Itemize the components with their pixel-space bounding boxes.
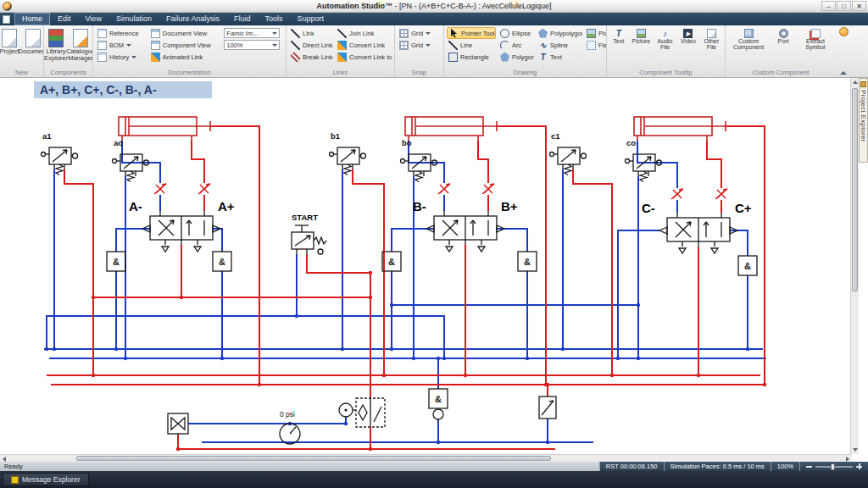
scroll-up-icon[interactable] — [853, 80, 858, 84]
help-button[interactable] — [839, 27, 849, 36]
flow-control-a-right[interactable] — [198, 184, 210, 194]
ribbon-item-library-explorer[interactable]: Library Explorer — [45, 27, 67, 69]
and-gate-supply[interactable]: & — [429, 389, 448, 419]
ribbon-item-text[interactable]: TText — [537, 51, 582, 63]
famic-image-combobox[interactable]: Famic Im... — [224, 28, 280, 38]
ribbon-item-custom-component[interactable]: Custom Component — [729, 27, 768, 69]
ribbon-item-extract-symbol[interactable]: Extract Symbol — [798, 27, 832, 69]
pressure-gauge[interactable]: 0 psi — [280, 410, 300, 444]
flow-control-a-left[interactable] — [154, 184, 166, 194]
scroll-left-icon[interactable] — [3, 457, 6, 462]
action-label-c-plus[interactable]: C+ — [735, 201, 752, 215]
snap-grid-combobox-1[interactable]: Grid — [398, 27, 432, 39]
ribbon-item-polygon[interactable]: Polygon — [498, 51, 534, 63]
vertical-scroll-thumb[interactable] — [852, 88, 858, 291]
menu-fluid[interactable]: Fluid — [227, 14, 258, 25]
valve-label-c1[interactable]: c1 — [551, 131, 560, 141]
valve-label-ao[interactable]: ao — [114, 138, 123, 147]
ribbon-item-port[interactable]: Port — [772, 27, 794, 69]
action-label-a-minus[interactable]: A- — [129, 199, 142, 214]
ribbon-item-tooltip-video[interactable]: ▶Video — [678, 27, 698, 69]
valve-label-co[interactable]: co — [626, 138, 636, 147]
zoom-in-icon[interactable] — [856, 463, 862, 469]
limit-valve-b1[interactable] — [330, 147, 366, 175]
doc-zoom-combobox[interactable]: 100% — [224, 40, 280, 50]
scroll-down-icon[interactable] — [853, 448, 858, 452]
horizontal-scrollbar[interactable] — [0, 454, 852, 462]
limit-valve-a1[interactable] — [42, 147, 78, 175]
horizontal-scroll-thumb[interactable] — [76, 456, 551, 461]
ribbon-item-tooltip-audio[interactable]: ♪Audio File — [654, 27, 676, 69]
menu-tools[interactable]: Tools — [258, 14, 289, 25]
valve-label-b1[interactable]: b1 — [331, 131, 341, 141]
quick-access-icon[interactable] — [3, 15, 10, 24]
action-label-a-plus[interactable]: A+ — [218, 199, 235, 214]
schematic-canvas[interactable]: A+, B+, C+, C-, B-, A- — [0, 78, 868, 462]
and-gate-4[interactable]: & — [518, 252, 537, 271]
ribbon-item-spline[interactable]: ∿Spline — [537, 39, 582, 51]
and-gate-2[interactable]: & — [213, 252, 231, 271]
message-explorer-button[interactable]: Message Explorer — [3, 473, 89, 486]
ribbon-item-join-link[interactable]: Join Link — [336, 27, 392, 39]
menu-home[interactable]: Home — [14, 13, 50, 25]
ribbon-item-rectangle[interactable]: Rectangle — [447, 51, 496, 63]
limit-valve-ao[interactable] — [113, 154, 149, 182]
ribbon-item-component-view[interactable]: Component View — [149, 39, 222, 51]
ribbon-item-ellipse[interactable]: Ellipse — [498, 27, 534, 39]
menu-edit[interactable]: Edit — [51, 14, 78, 25]
ribbon-item-tooltip-picture[interactable]: Picture — [630, 27, 651, 69]
ribbon-item-document[interactable]: Document — [22, 27, 44, 69]
ribbon-item-picture[interactable]: Picture — [585, 27, 607, 39]
ribbon-item-pointer-tool[interactable]: Pointer Tool — [447, 27, 496, 39]
shutoff-valve[interactable] — [539, 396, 556, 419]
ribbon-item-project[interactable]: Project — [0, 27, 19, 69]
action-label-b-minus[interactable]: B- — [413, 199, 426, 214]
vertical-scrollbar[interactable] — [850, 78, 859, 454]
scroll-right-icon[interactable] — [846, 457, 849, 462]
cylinder-c[interactable] — [634, 117, 726, 141]
limit-valve-c1[interactable] — [550, 147, 587, 175]
air-compressor[interactable] — [168, 413, 188, 434]
flow-control-b-right[interactable] — [482, 184, 494, 194]
ribbon-item-field[interactable]: Field — [585, 39, 607, 51]
flow-control-c-left[interactable] — [671, 189, 683, 199]
ribbon-item-tooltip-text[interactable]: TText — [609, 27, 627, 69]
and-gate-1[interactable]: & — [107, 252, 125, 271]
cylinder-b[interactable] — [405, 117, 497, 141]
ribbon-item-convert-link[interactable]: Convert Link — [336, 39, 392, 51]
and-gate-3[interactable]: & — [382, 252, 401, 271]
ribbon-item-arc[interactable]: Arc — [498, 39, 534, 51]
start-label[interactable]: START — [292, 213, 318, 222]
ribbon-item-tooltip-other-file[interactable]: Other File — [701, 27, 722, 69]
action-label-b-plus[interactable]: B+ — [501, 199, 518, 214]
zoom-slider-thumb[interactable] — [831, 463, 835, 470]
menu-simulation[interactable]: Simulation — [109, 14, 159, 25]
project-explorer-tab[interactable]: Project Explorer — [859, 78, 868, 163]
valve-label-a1[interactable]: a1 — [42, 131, 52, 141]
action-label-c-minus[interactable]: C- — [642, 201, 655, 215]
menu-support[interactable]: Support — [290, 14, 331, 25]
ribbon-item-break-link[interactable]: Break Link — [289, 51, 333, 63]
ribbon-item-line[interactable]: Line — [447, 39, 496, 51]
ribbon-item-bom[interactable]: BOM — [96, 39, 147, 51]
ribbon-item-catalogue-manager[interactable]: Catalogue Manager — [70, 27, 92, 69]
ribbon-item-link[interactable]: Link — [289, 27, 333, 39]
ribbon-item-reference[interactable]: Reference — [96, 27, 147, 39]
zoom-out-icon[interactable] — [806, 466, 812, 468]
ribbon-item-animated-link[interactable]: Animated Link — [149, 51, 222, 63]
and-gate-5[interactable]: & — [738, 256, 757, 275]
ribbon-item-history[interactable]: History — [96, 51, 147, 63]
ribbon-item-convert-link-to-jumps[interactable]: Convert Link to Jumps — [336, 51, 392, 63]
ribbon-item-direct-link[interactable]: Direct Link — [289, 39, 333, 51]
ribbon-item-document-view[interactable]: Document View — [149, 27, 222, 39]
snap-grid-combobox-2[interactable]: Grid — [398, 39, 432, 51]
flow-control-b-left[interactable] — [438, 184, 450, 194]
limit-valve-co[interactable] — [626, 154, 662, 182]
status-zoom-value[interactable]: 100% — [771, 462, 799, 471]
sequence-title[interactable]: A+, B+, C+, C-, B-, A- — [34, 81, 212, 98]
collapse-ribbon-button[interactable] — [840, 71, 847, 75]
zoom-slider[interactable] — [815, 466, 853, 468]
start-valve[interactable] — [292, 225, 326, 254]
ribbon-item-polypolygon[interactable]: Polypolygon — [537, 27, 582, 39]
menu-failure-analysis[interactable]: Failure Analysis — [159, 14, 226, 25]
